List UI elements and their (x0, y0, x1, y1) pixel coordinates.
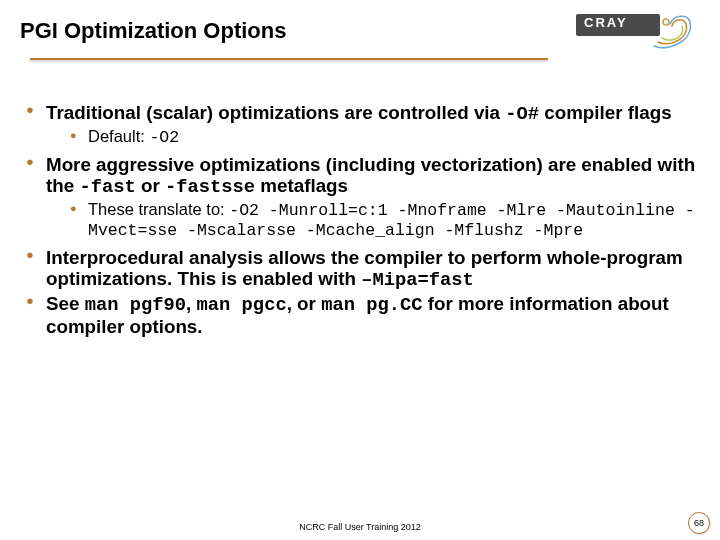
sub-item: Default: -O2 (68, 127, 698, 147)
text: , (186, 293, 196, 314)
bullet-item: See man pgf90, man pgcc, or man pg.CC fo… (22, 293, 698, 337)
code: -O2 (149, 128, 179, 147)
text: Default: (88, 127, 149, 145)
code: man pgcc (197, 294, 287, 316)
text: , or (287, 293, 321, 314)
bullet-item: More aggressive optimizations (including… (22, 154, 698, 241)
sub-list: These translate to: -O2 -Munroll=c:1 -Mn… (68, 200, 698, 241)
text: or (136, 175, 165, 196)
title-underline (30, 56, 548, 60)
code: -O# (505, 103, 539, 125)
slide-title: PGI Optimization Options (20, 18, 286, 44)
logo-swirl-icon (652, 12, 698, 52)
text: Traditional (scalar) optimizations are c… (46, 102, 505, 123)
text: compiler flags (539, 102, 672, 123)
bullet-list: Traditional (scalar) optimizations are c… (22, 102, 698, 337)
sub-item: These translate to: -O2 -Munroll=c:1 -Mn… (68, 200, 698, 241)
code: man pgf90 (85, 294, 186, 316)
sub-list: Default: -O2 (68, 127, 698, 147)
code: -fast (79, 176, 135, 198)
text: These translate to: (88, 200, 229, 218)
svg-point-0 (663, 19, 669, 25)
slide: PGI Optimization Options CRAY Traditiona… (0, 0, 720, 540)
text: See (46, 293, 85, 314)
footer-text: NCRC Fall User Training 2012 (0, 522, 720, 532)
cray-logo: CRAY (576, 14, 704, 52)
page-number: 68 (688, 512, 710, 534)
header: PGI Optimization Options CRAY (20, 18, 700, 62)
logo-text: CRAY (584, 15, 628, 30)
text: metaflags (255, 175, 348, 196)
code: -fastsse (165, 176, 255, 198)
code: man pg.CC (321, 294, 422, 316)
bullet-item: Traditional (scalar) optimizations are c… (22, 102, 698, 148)
code: –Mipa=fast (361, 269, 474, 291)
page-number-value: 68 (694, 518, 704, 528)
bullet-item: Interprocedural analysis allows the comp… (22, 247, 698, 291)
